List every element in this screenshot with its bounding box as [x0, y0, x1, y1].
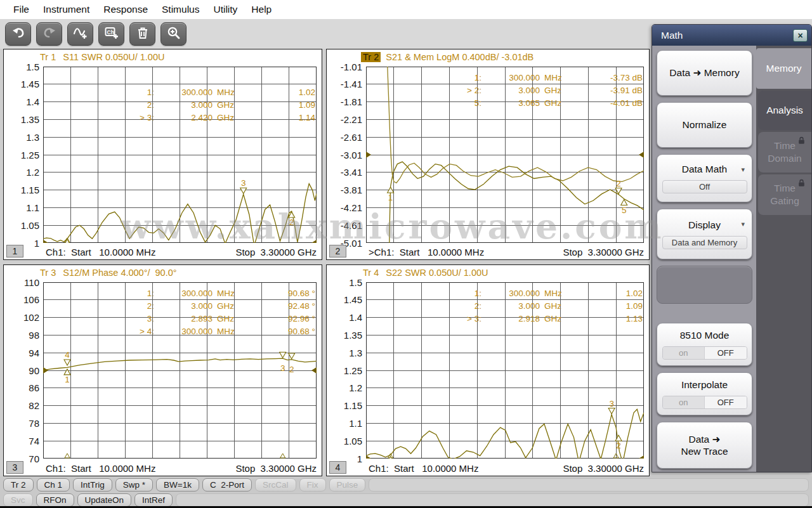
marker-row-unit: MHz	[540, 73, 569, 82]
channel-number-box[interactable]: 3	[6, 461, 23, 474]
display-button[interactable]: Display▾Data and Memory	[657, 209, 752, 259]
channel-number-box[interactable]: 1	[6, 245, 23, 257]
delete-button[interactable]	[129, 22, 155, 46]
chart-title-tr4: Tr 4 S22 SWR 0.050U/ 1.00U	[361, 268, 488, 278]
marker-table: 1:300.000MHz1.022:3.000GHz1.09> 3:2.420G…	[125, 86, 315, 124]
marker-row-frequency: 3.065	[481, 98, 540, 108]
marker-triangle[interactable]	[280, 352, 286, 358]
marker-row-label: 2:	[125, 301, 154, 311]
marker-number: 2	[616, 441, 621, 450]
status-inttrig[interactable]: IntTrig	[73, 478, 112, 492]
trace-label[interactable]: Tr 2	[361, 52, 381, 62]
tab-analysis[interactable]: Analysis	[758, 91, 811, 130]
data-to-new-trace-button[interactable]: Data ➜New Trace	[657, 422, 752, 469]
interpolate-toggle[interactable]: onOFF	[662, 396, 747, 409]
marker-number: 1	[65, 375, 70, 384]
y-axis-tick: 1.15	[5, 185, 39, 195]
marker-number: 1	[388, 193, 393, 202]
marker-table-row: 1:300.000MHz90.68 °	[125, 287, 315, 299]
marker-row-frequency: 300.000	[154, 327, 213, 336]
chart-footer: 1Ch1: Start 10.0000 MHzStop 3.30000 GHz	[4, 244, 322, 259]
marker-row-frequency: 300.000	[154, 88, 213, 97]
add-channel-button[interactable]: Ch	[98, 22, 124, 46]
marker-row-label: > 2:	[452, 86, 481, 95]
y-axis-tick: -3.41	[328, 167, 362, 178]
mode-8510-toggle[interactable]: onOFF	[662, 346, 747, 360]
mode-8510-label: 8510 Mode	[680, 329, 730, 341]
menu-item-help[interactable]: Help	[244, 4, 278, 15]
menu-item-response[interactable]: Response	[96, 4, 155, 15]
marker-triangle[interactable]	[64, 369, 70, 375]
marker-table: 1:300.000MHz1.022:3.000GHz1.09> 3:2.918G…	[452, 287, 643, 325]
status-updateon[interactable]: UpdateOn	[77, 493, 132, 507]
trace-label[interactable]: Tr 1	[38, 52, 58, 62]
marker-row-label: 1:	[125, 289, 154, 298]
status-bw-1k[interactable]: BW=1k	[156, 478, 199, 492]
chart-footer: 2>Ch1: Start 10.0000 MHzStop 3.30000 GHz	[327, 244, 649, 259]
chart-tr3: Tr 3 S12/M Phase 4.000°/ 90.0°1101061029…	[3, 264, 322, 476]
redo-icon	[42, 25, 57, 43]
marker-row-label: 2:	[452, 301, 481, 311]
marker-row-frequency: 3.000	[154, 100, 213, 110]
status-tr-2[interactable]: Tr 2	[3, 478, 34, 492]
y-axis-tick: -2.21	[328, 114, 362, 125]
normalize-button[interactable]: Normalize	[657, 102, 752, 148]
marker-triangle[interactable]	[240, 188, 247, 193]
y-axis-tick: -3.01	[328, 150, 362, 160]
close-icon[interactable]: ×	[793, 29, 808, 42]
marker-row-value: -3.91 dB	[569, 86, 643, 95]
y-axis-tick: 1.45	[328, 294, 362, 305]
tab-memory[interactable]: Memory	[756, 48, 811, 89]
channel-number-box[interactable]: 2	[329, 245, 346, 257]
marker-axis-indicator	[280, 453, 285, 458]
marker-row-value: 92.48 °	[242, 301, 315, 311]
marker-number: 4	[65, 350, 70, 360]
marker-triangle[interactable]	[608, 408, 615, 414]
menu-item-stimulus[interactable]: Stimulus	[155, 4, 206, 15]
data-math-button[interactable]: Data Math▾Off	[657, 154, 752, 202]
marker-triangle[interactable]	[64, 360, 70, 365]
y-axis-tick: 1.1	[5, 202, 39, 213]
menu-item-utility[interactable]: Utility	[206, 4, 244, 15]
data-math-value[interactable]: Off	[662, 180, 747, 193]
marker-row-value: 1.09	[242, 100, 315, 110]
mode-8510-button[interactable]: 8510 ModeonOFF	[657, 323, 752, 366]
trace-label[interactable]: Tr 3	[38, 268, 58, 278]
status-ch-1[interactable]: Ch 1	[37, 478, 70, 492]
status-c-2-port[interactable]: C 2-Port	[202, 478, 252, 492]
lock-icon	[797, 136, 806, 145]
status-empty-track	[369, 478, 809, 492]
marker-row-label: > 3:	[452, 314, 481, 323]
marker-row-frequency: 2.420	[154, 113, 213, 122]
math-buttons-column: Data ➜ MemoryNormalizeData Math▾OffDispl…	[652, 46, 756, 472]
marker-number: 2	[616, 179, 621, 188]
marker-table-row: 2:3.000GHz1.09	[452, 299, 643, 312]
y-axis-tick: -3.81	[328, 185, 362, 195]
data-to-memory-button[interactable]: Data ➜ Memory	[657, 50, 752, 96]
stimulus-stop-label: Stop 3.30000 GHz	[563, 463, 644, 474]
interpolate-button[interactable]: InterpolateonOFF	[657, 372, 752, 415]
interpolate-label: Interpolate	[681, 379, 728, 391]
menu-item-file[interactable]: File	[6, 4, 36, 15]
trace-label[interactable]: Tr 4	[361, 268, 381, 278]
marker-row-value: 1.02	[242, 88, 315, 97]
channel-number-box[interactable]: 4	[329, 461, 346, 474]
zoom-button[interactable]	[160, 22, 187, 46]
undo-button[interactable]	[5, 22, 31, 46]
y-axis-tick: 1.45	[5, 79, 39, 89]
add-trace-button[interactable]	[67, 22, 93, 46]
status-rfon[interactable]: RFOn	[36, 493, 74, 507]
y-axis-tick: 1.3	[5, 132, 39, 143]
mode-8510-toggle-on: on	[663, 347, 705, 359]
status-swp-[interactable]: Swp *	[115, 478, 153, 492]
marker-table-row: > 2:3.000GHz-3.91 dB	[452, 84, 643, 96]
chevron-down-icon: ▾	[741, 220, 745, 228]
charts-area: Tr 1 S11 SWR 0.050U/ 1.00U1.51.451.41.35…	[3, 49, 650, 476]
y-axis-tick: 1.2	[328, 382, 362, 393]
y-axis-tick: 1.05	[328, 436, 362, 446]
display-value[interactable]: Data and Memory	[662, 236, 747, 249]
status-intref[interactable]: IntRef	[134, 493, 173, 507]
marker-row-unit: GHz	[213, 113, 242, 122]
menu-item-instrument[interactable]: Instrument	[36, 4, 96, 15]
marker-table-row: 1:300.000MHz1.02	[452, 287, 643, 299]
